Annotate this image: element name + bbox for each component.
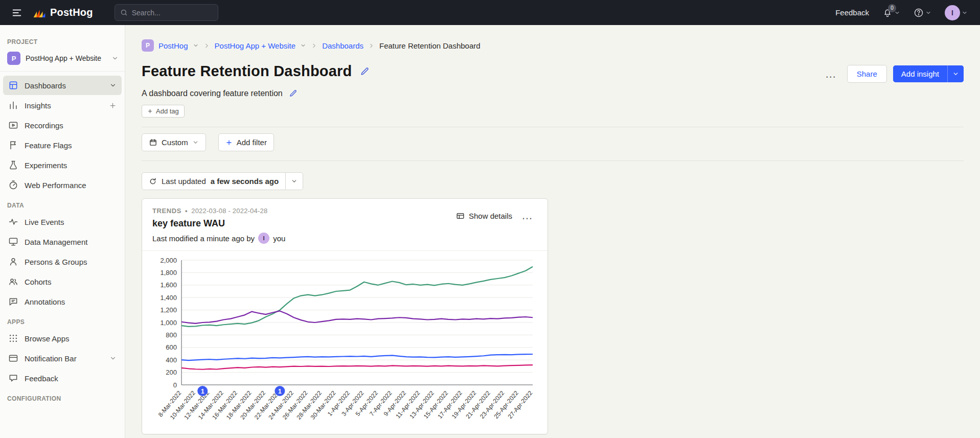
series-magenta-line <box>181 365 533 370</box>
dashboard-more-button[interactable]: … <box>821 68 841 80</box>
modified-user: you <box>273 234 285 243</box>
sidebar-item-label: Notification Bar <box>25 354 103 363</box>
insight-card: TRENDS • 2022-03-08 - 2022-04-28 key fea… <box>142 198 548 434</box>
add-filter-button[interactable]: Add filter <box>218 133 274 151</box>
date-filter-button[interactable]: Custom <box>142 133 206 151</box>
sidebar-item-live-events[interactable]: Live Events <box>3 212 122 232</box>
svg-text:2,000: 2,000 <box>160 257 177 264</box>
svg-text:1: 1 <box>278 388 282 395</box>
project-avatar: P <box>7 52 20 65</box>
sidebar-item-annotations[interactable]: Annotations <box>3 292 122 311</box>
project-selector[interactable]: P PostHog App + Website <box>0 49 125 71</box>
sidebar-item-feature-flags[interactable]: Feature Flags <box>3 135 122 155</box>
insight-title[interactable]: key feature WAU <box>152 218 285 229</box>
plus-icon[interactable] <box>109 102 117 109</box>
add-insight-button[interactable]: Add insight <box>893 65 947 82</box>
chevron-down-icon <box>111 55 119 62</box>
svg-text:200: 200 <box>166 368 177 376</box>
series-purple-line <box>181 311 533 323</box>
refresh-time: a few seconds ago <box>211 177 279 186</box>
add-filter-label: Add filter <box>237 138 267 147</box>
plus-icon <box>225 139 233 146</box>
insights-icon <box>8 100 18 110</box>
sidebar-item-label: Web Performance <box>25 181 117 190</box>
sidebar-item-web-performance[interactable]: Web Performance <box>3 175 122 195</box>
show-details-label: Show details <box>469 212 512 220</box>
sidebar-item-label: Annotations <box>25 297 117 306</box>
sidebar-item-cohorts[interactable]: Cohorts <box>3 272 122 291</box>
date-filter-label: Custom <box>162 138 188 147</box>
sidebar-item-label: Persons & Groups <box>25 258 117 266</box>
chevron-down-icon[interactable] <box>109 355 117 362</box>
svg-text:1,800: 1,800 <box>160 269 177 276</box>
sidebar-item-dashboards[interactable]: Dashboards <box>3 76 122 95</box>
chevron-down-icon[interactable] <box>193 42 199 49</box>
add-tag-label: Add tag <box>156 107 179 115</box>
svg-text:400: 400 <box>166 356 177 364</box>
notifications-button[interactable]: 0 <box>882 8 900 18</box>
insight-type-label: TRENDS <box>152 207 181 215</box>
chevron-down-icon[interactable] <box>300 42 306 49</box>
share-button[interactable]: Share <box>847 65 887 83</box>
annotation-badge[interactable]: 1 <box>197 386 208 396</box>
breadcrumb-project-avatar[interactable]: P <box>142 39 154 52</box>
dashboard-description: A dashboard covering feature retention <box>142 89 283 98</box>
chevron-down-icon <box>962 10 968 16</box>
sidebar-item-persons-groups[interactable]: Persons & Groups <box>3 252 122 271</box>
chevron-right-icon <box>203 42 210 49</box>
add-tag-button[interactable]: Add tag <box>142 105 185 118</box>
chevron-down-icon[interactable] <box>109 82 117 89</box>
sidebar-section-project: PROJECT <box>7 38 118 45</box>
user-menu-button[interactable]: I <box>945 5 968 20</box>
sidebar-item-recordings[interactable]: Recordings <box>3 116 122 135</box>
chevron-right-icon <box>311 42 317 49</box>
add-insight-dropdown[interactable] <box>947 65 964 82</box>
sidebar-item-label: Data Management <box>25 238 117 246</box>
edit-title-icon[interactable] <box>359 65 371 77</box>
sidebar-item-label: Feedback <box>25 374 117 383</box>
svg-text:1,000: 1,000 <box>160 319 177 327</box>
sidebar-item-experiments[interactable]: Experiments <box>3 155 122 175</box>
edit-description-icon[interactable] <box>288 88 299 99</box>
refresh-options-button[interactable] <box>286 172 303 190</box>
breadcrumb-posthog[interactable]: PostHog <box>158 41 188 50</box>
refresh-button[interactable]: Last updated a few seconds ago <box>142 172 286 190</box>
posthog-logo[interactable]: PostHog <box>33 7 93 18</box>
feedback-button[interactable]: Feedback <box>835 8 869 17</box>
banner-icon <box>8 353 18 363</box>
recordings-icon <box>8 120 18 130</box>
breadcrumb-project[interactable]: PostHog App + Website <box>215 41 296 50</box>
sidebar-item-insights[interactable]: Insights <box>3 96 122 115</box>
breadcrumb-dashboards[interactable]: Dashboards <box>322 41 363 50</box>
stopwatch-icon <box>8 180 18 190</box>
flask-icon <box>8 160 18 170</box>
trend-line-chart: 02004006008001,0001,2001,4001,6001,8002,… <box>152 254 538 434</box>
help-button[interactable] <box>914 8 931 18</box>
sidebar: PROJECT P PostHog App + Website Dashboar… <box>0 25 125 438</box>
sidebar-item-data-management[interactable]: Data Management <box>3 232 122 251</box>
refresh-button-group: Last updated a few seconds ago <box>142 172 303 190</box>
show-details-button[interactable]: Show details <box>456 212 512 220</box>
global-search[interactable] <box>115 4 218 21</box>
sidebar-item-browse-apps[interactable]: Browse Apps <box>3 329 122 348</box>
project-name: PostHog App + Website <box>26 54 106 62</box>
svg-text:800: 800 <box>166 331 177 339</box>
svg-text:1,600: 1,600 <box>160 281 177 289</box>
insight-more-button[interactable]: … <box>517 210 537 221</box>
annotation-badge[interactable]: 1 <box>275 386 285 396</box>
divider <box>0 71 125 72</box>
svg-text:0: 0 <box>173 381 177 389</box>
sidebar-item-notification-bar[interactable]: Notification Bar <box>3 349 122 368</box>
monitor-icon <box>8 237 18 247</box>
svg-text:1,200: 1,200 <box>160 306 177 314</box>
flag-icon <box>8 140 18 150</box>
search-input[interactable] <box>132 9 213 17</box>
notification-count-badge: 0 <box>888 4 896 12</box>
details-icon <box>456 212 465 220</box>
brand-name: PostHog <box>50 7 93 18</box>
menu-icon[interactable] <box>9 5 25 20</box>
svg-text:1,400: 1,400 <box>160 294 177 302</box>
pulse-icon <box>8 217 18 227</box>
breadcrumb: P PostHog PostHog App + Website Dashboar… <box>142 39 964 52</box>
sidebar-item-feedback[interactable]: Feedback <box>3 368 122 388</box>
